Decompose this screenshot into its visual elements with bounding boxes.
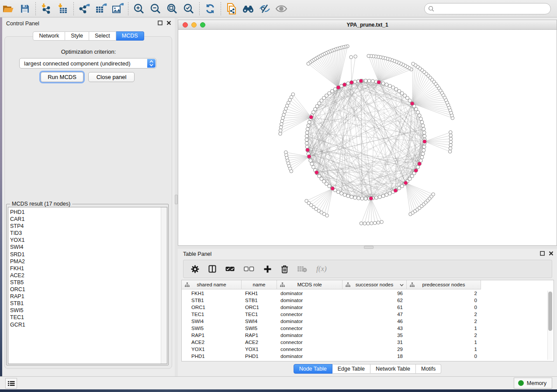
float-panel-icon[interactable] [540,251,545,256]
table-panel-title: Table Panel [183,251,211,257]
table-row[interactable]: SWI5SWI5connector431 [182,325,481,332]
shared-column-icon [185,282,190,287]
mcds-result-node[interactable]: YOX1 [10,237,25,244]
table-row[interactable]: ACE2ACE2connector311 [182,339,481,346]
tab-motifs[interactable]: Motifs [416,364,441,374]
table-scrollbar[interactable] [547,291,553,360]
horizontal-splitter[interactable] [178,246,557,249]
table-cell: connector [277,346,343,353]
splitter-handle[interactable] [364,246,374,249]
table-row[interactable]: ORC1ORC1dominator610 [182,304,481,311]
mcds-result-node[interactable]: STP4 [10,223,25,230]
node-table: shared namenameMCDS rolesuccessor nodesp… [181,280,554,361]
mcds-result-node[interactable]: PMA2 [10,258,25,265]
scrollbar-thumb[interactable] [548,292,552,331]
close-panel-icon[interactable] [166,21,171,25]
search-input[interactable] [424,3,551,14]
mcds-list-scrollbar[interactable] [161,207,167,364]
app-window: Control Panel NetworkStyleSelectMCDS Opt… [0,0,557,392]
mcds-result-node[interactable]: RAP1 [10,293,25,300]
hide-details-icon[interactable] [256,1,273,16]
export-network-icon[interactable] [76,1,93,16]
table-cell: 43 [343,325,407,332]
mcds-result-node[interactable]: STB5 [10,279,25,286]
tab-edge-table[interactable]: Edge Table [332,364,370,374]
main-toolbar [0,0,557,17]
table-row[interactable]: PHD1PHD1dominator180 [182,353,481,360]
mcds-result-node[interactable]: GCR1 [10,321,25,328]
table-row[interactable]: STB1STB1dominator620 [182,297,481,304]
table-cell: PHD1 [242,353,277,360]
deselect-all-icon[interactable] [244,266,254,272]
table-row[interactable]: YOX1YOX1connector291 [182,346,481,353]
sort-descending-icon [400,284,404,286]
column-header-shared-name[interactable]: shared name [182,280,242,289]
mcds-result-node[interactable]: PHD1 [10,209,25,216]
table-cell: SWI4 [242,318,277,325]
clone-network-icon[interactable] [223,1,240,16]
mcds-result-node[interactable]: TEC1 [10,314,25,321]
zoom-in-icon[interactable] [131,1,147,16]
close-panel-icon[interactable] [549,251,554,256]
vertical-splitter[interactable] [175,18,178,376]
table-cell: FKH1 [242,290,277,297]
zoom-out-icon[interactable] [147,1,164,16]
control-panel: Control Panel NetworkStyleSelectMCDS Opt… [2,18,175,376]
mcds-result-node[interactable]: ORC1 [10,286,25,293]
tab-select[interactable]: Select [89,31,116,41]
search-network-icon[interactable] [240,1,256,16]
refresh-layout-icon[interactable] [202,1,218,16]
tab-network[interactable]: Network [33,31,65,41]
mcds-result-node[interactable]: FKH1 [10,265,25,272]
run-mcds-button[interactable]: Run MCDS [41,72,83,82]
mcds-result-node[interactable]: STB1 [10,300,25,307]
tab-node-table[interactable]: Node Table [294,364,332,374]
import-network-icon[interactable] [38,1,55,16]
select-all-icon[interactable] [225,266,235,272]
close-panel-button[interactable]: Close panel [88,72,135,82]
network-titlebar[interactable]: YPA_prune.txt_1 [178,20,557,30]
tab-mcds[interactable]: MCDS [116,31,144,41]
table-row[interactable]: RAP1RAP1dominator352 [182,332,481,339]
mcds-result-items: PHD1CAR1STP4TID3YOX1SWI4SRD1PMA2FKH1ACE2… [10,209,25,328]
column-header-successor-nodes[interactable]: successor nodes [343,280,407,289]
network-canvas[interactable] [178,30,557,245]
column-header-name[interactable]: name [242,280,277,289]
table-row[interactable]: SWI4SWI4dominator462 [182,318,481,325]
zoom-fit-icon[interactable] [164,1,180,16]
mcds-result-node[interactable]: TID3 [10,230,25,237]
table-cell: 1 [407,325,481,332]
export-image-icon[interactable] [109,1,126,16]
mcds-result-node[interactable]: SRD1 [10,251,25,258]
table-cell: YOX1 [242,346,277,353]
zoom-selected-icon[interactable] [180,1,197,16]
import-table-icon[interactable] [55,1,71,16]
mcds-result-list[interactable]: PHD1CAR1STP4TID3YOX1SWI4SRD1PMA2FKH1ACE2… [8,207,167,364]
show-columns-icon[interactable] [208,265,216,273]
delete-column-icon[interactable] [281,265,288,273]
column-header-predecessor-nodes[interactable]: predecessor nodes [407,280,481,289]
save-session-icon[interactable] [17,1,33,16]
table-row[interactable]: TEC1TEC1connector472 [182,311,481,318]
table-settings-icon[interactable] [191,265,199,273]
open-file-icon[interactable] [0,1,17,16]
splitter-handle[interactable] [175,195,178,204]
column-label: shared name [197,282,226,287]
show-details-icon[interactable] [273,1,290,16]
mcds-result-node[interactable]: ACE2 [10,272,25,279]
column-header-MCDS-role[interactable]: MCDS role [277,280,343,289]
mcds-result-node[interactable]: SWI4 [10,244,25,251]
float-panel-icon[interactable] [158,21,163,25]
criterion-select[interactable]: largest connected component (undirected) [19,58,156,69]
export-table-icon[interactable] [93,1,109,16]
add-column-icon[interactable] [263,265,272,273]
tab-network-table[interactable]: Network Table [370,364,416,374]
table-row[interactable]: FKH1FKH1dominator962 [182,290,481,297]
table-header-row: shared namenameMCDS rolesuccessor nodesp… [182,280,481,289]
table-cell: dominator [277,353,343,360]
tab-style[interactable]: Style [65,31,89,41]
mcds-result-node[interactable]: SWI5 [10,307,25,314]
memory-button[interactable]: Memory [514,378,552,389]
task-history-button[interactable] [5,378,17,389]
mcds-result-node[interactable]: CAR1 [10,216,25,223]
